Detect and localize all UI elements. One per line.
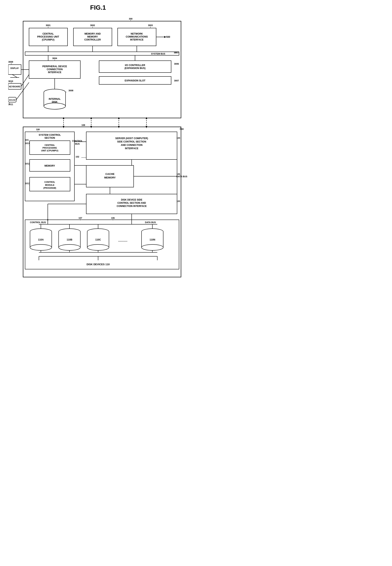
svg-text:MOUSE: MOUSE [9,99,15,101]
svg-text:400: 400 [180,128,183,130]
svg-text:3007: 3007 [174,79,179,82]
svg-text:1011: 1011 [25,142,30,145]
svg-text:3010: 3010 [8,80,13,82]
svg-text:CONNECTION: CONNECTION [47,68,63,71]
svg-text:106: 106 [111,217,114,219]
svg-text:CENTRAL: CENTRAL [42,32,54,35]
svg-text:3006: 3006 [174,63,179,65]
svg-text:DISK: DISK [52,101,57,103]
svg-text:101: 101 [25,139,29,141]
svg-text:MEMORY AND: MEMORY AND [84,32,101,35]
svg-text:3008: 3008 [69,89,73,92]
svg-text:COMMUNICATIONS: COMMUNICATIONS [126,35,148,38]
svg-text:SYSTEM CONTROL: SYSTEM CONTROL [39,134,61,136]
svg-text:BUS: BUS [75,143,80,145]
svg-text:PERIPHERAL DEVICE: PERIPHERAL DEVICE [42,65,67,68]
svg-rect-56 [8,65,21,74]
diagram: CENTRAL PROCESSING UNIT (CPU/MPU) MEMORY… [8,15,188,284]
svg-text:SECTION: SECTION [44,136,55,139]
svg-text:EXPANSION SLOT: EXPANSION SLOT [125,79,145,82]
svg-text:110A: 110A [38,238,44,241]
svg-text:DATA BUS: DATA BUS [145,221,156,223]
svg-text:SERVER (HOST COMPUTER): SERVER (HOST COMPUTER) [115,137,148,140]
svg-text:1013: 1013 [25,182,30,185]
svg-text:PROCESSING UNIT: PROCESSING UNIT [37,35,59,38]
svg-text:CACHE: CACHE [105,173,114,176]
svg-text:MEMORY: MEMORY [44,164,55,167]
svg-text:DISK DEVICE SIDE: DISK DEVICE SIDE [121,198,142,201]
svg-point-50 [44,103,66,109]
svg-text:3011: 3011 [8,103,13,105]
svg-text:PROCESSING: PROCESSING [42,147,57,149]
svg-text:CONTROLLER: CONTROLLER [84,38,101,41]
svg-text:I/O CONTROLLER: I/O CONTROLLER [125,64,145,67]
svg-text:CONTROL SECTION AND: CONTROL SECTION AND [117,202,146,204]
svg-text:MEMORY: MEMORY [104,176,115,179]
svg-text:SIDE CONTROL SECTION: SIDE CONTROL SECTION [117,140,146,143]
svg-text:108: 108 [81,124,85,126]
svg-text:NETWORK: NETWORK [131,32,143,35]
svg-text:MODULE: MODULE [45,184,55,186]
svg-text:CONTROL: CONTROL [44,181,55,183]
svg-text:CENTRAL: CENTRAL [44,144,55,146]
svg-text:3002: 3002 [90,24,95,27]
svg-text:104: 104 [176,137,180,139]
svg-text:107: 107 [78,217,82,219]
svg-text:DISK DEVICES 110: DISK DEVICES 110 [86,263,110,266]
svg-text:3004: 3004 [52,57,57,60]
svg-text:(PROGRAM): (PROGRAM) [43,187,56,189]
svg-text:1012: 1012 [25,163,30,165]
svg-point-160 [59,244,80,250]
page: FIG.1 CENTRAL PROCESSING UNIT (CPU/MPU) … [0,0,196,292]
svg-point-166 [87,244,109,250]
svg-text:DISPLAY: DISPLAY [10,67,19,69]
svg-text:UNIT (CPU/MPU): UNIT (CPU/MPU) [41,149,58,152]
svg-point-173 [141,244,163,250]
svg-text:3003: 3003 [148,24,153,27]
svg-text:CONNECTION INTERFACE: CONNECTION INTERFACE [116,205,146,208]
svg-text:300: 300 [129,18,132,20]
svg-text:KEYBOARD: KEYBOARD [9,86,20,88]
svg-text:MEMORY: MEMORY [87,35,98,38]
svg-point-154 [30,244,52,250]
svg-text:(CPU/MPU): (CPU/MPU) [42,38,54,41]
svg-text:DATA BUS: DATA BUS [176,175,187,178]
svg-text:INTERFACE: INTERFACE [48,71,61,74]
svg-text:3001: 3001 [46,24,50,27]
svg-text:3009: 3009 [8,61,13,63]
svg-text:500: 500 [166,36,170,38]
svg-line-57 [12,74,17,77]
svg-text:INTERNAL: INTERNAL [49,98,61,100]
svg-text:3007: 3007 [174,51,179,54]
svg-text:102: 102 [75,156,79,158]
fig-title: FIG.1 [8,4,188,11]
svg-text:110N: 110N [149,238,155,241]
svg-text:110B: 110B [67,238,72,241]
svg-text:110C: 110C [95,238,101,241]
svg-text:SYSTEM BUS: SYSTEM BUS [151,53,165,55]
svg-text:AND CONNECTION: AND CONNECTION [121,144,142,147]
svg-text:100: 100 [36,128,40,131]
svg-text:CONTROL BUS: CONTROL BUS [30,221,46,223]
svg-text:(EXPANSION BUS): (EXPANSION BUS) [124,67,145,70]
svg-text:INTERFACE: INTERFACE [130,38,143,41]
svg-text:INTERFACE: INTERFACE [125,147,138,150]
svg-text:............: ............ [118,239,127,242]
svg-rect-38 [99,61,171,73]
